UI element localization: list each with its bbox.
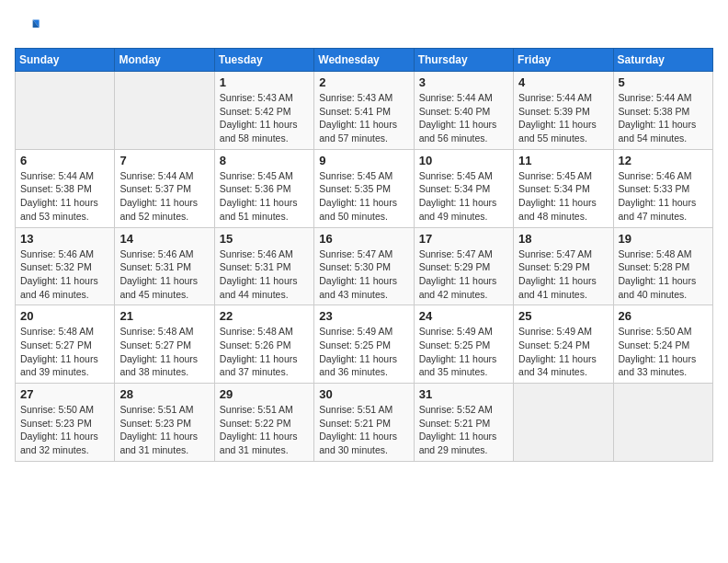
calendar-cell: 9Sunrise: 5:45 AM Sunset: 5:35 PM Daylig… bbox=[314, 149, 414, 227]
day-info: Sunrise: 5:44 AM Sunset: 5:39 PM Dayligh… bbox=[518, 91, 608, 145]
calendar-cell: 22Sunrise: 5:48 AM Sunset: 5:26 PM Dayli… bbox=[214, 305, 313, 384]
calendar-cell: 1Sunrise: 5:43 AM Sunset: 5:42 PM Daylig… bbox=[214, 72, 313, 150]
weekday-header-row: SundayMondayTuesdayWednesdayThursdayFrid… bbox=[16, 49, 713, 72]
calendar-cell: 4Sunrise: 5:44 AM Sunset: 5:39 PM Daylig… bbox=[514, 72, 613, 150]
day-info: Sunrise: 5:51 AM Sunset: 5:21 PM Dayligh… bbox=[319, 403, 408, 457]
calendar-cell: 31Sunrise: 5:52 AM Sunset: 5:21 PM Dayli… bbox=[414, 384, 513, 462]
day-number: 23 bbox=[319, 309, 408, 323]
day-info: Sunrise: 5:44 AM Sunset: 5:37 PM Dayligh… bbox=[119, 169, 209, 224]
day-info: Sunrise: 5:47 AM Sunset: 5:29 PM Dayligh… bbox=[419, 247, 508, 302]
calendar-week-row: 1Sunrise: 5:43 AM Sunset: 5:42 PM Daylig… bbox=[16, 72, 713, 150]
calendar-cell: 29Sunrise: 5:51 AM Sunset: 5:22 PM Dayli… bbox=[214, 384, 313, 462]
day-number: 15 bbox=[220, 232, 309, 246]
calendar-cell: 2Sunrise: 5:43 AM Sunset: 5:41 PM Daylig… bbox=[314, 72, 414, 150]
calendar-cell: 21Sunrise: 5:48 AM Sunset: 5:27 PM Dayli… bbox=[115, 305, 214, 384]
day-info: Sunrise: 5:51 AM Sunset: 5:23 PM Dayligh… bbox=[119, 403, 209, 457]
calendar-cell: 20Sunrise: 5:48 AM Sunset: 5:27 PM Dayli… bbox=[16, 305, 115, 384]
day-info: Sunrise: 5:43 AM Sunset: 5:41 PM Dayligh… bbox=[319, 91, 408, 145]
day-info: Sunrise: 5:44 AM Sunset: 5:38 PM Dayligh… bbox=[20, 169, 109, 224]
day-info: Sunrise: 5:44 AM Sunset: 5:38 PM Dayligh… bbox=[619, 91, 708, 145]
calendar-cell: 14Sunrise: 5:46 AM Sunset: 5:31 PM Dayli… bbox=[115, 227, 214, 305]
day-number: 3 bbox=[419, 75, 508, 89]
calendar-cell: 13Sunrise: 5:46 AM Sunset: 5:32 PM Dayli… bbox=[16, 227, 115, 305]
logo bbox=[15, 15, 44, 40]
calendar-week-row: 20Sunrise: 5:48 AM Sunset: 5:27 PM Dayli… bbox=[16, 305, 713, 384]
calendar-cell: 15Sunrise: 5:46 AM Sunset: 5:31 PM Dayli… bbox=[214, 227, 313, 305]
calendar-cell: 27Sunrise: 5:50 AM Sunset: 5:23 PM Dayli… bbox=[16, 384, 115, 462]
day-info: Sunrise: 5:52 AM Sunset: 5:21 PM Dayligh… bbox=[419, 403, 508, 457]
day-info: Sunrise: 5:46 AM Sunset: 5:31 PM Dayligh… bbox=[220, 247, 309, 302]
calendar-cell: 26Sunrise: 5:50 AM Sunset: 5:24 PM Dayli… bbox=[613, 305, 712, 384]
day-number: 4 bbox=[518, 75, 608, 89]
day-number: 13 bbox=[20, 232, 109, 246]
weekday-header: Wednesday bbox=[314, 49, 414, 72]
calendar-cell: 24Sunrise: 5:49 AM Sunset: 5:25 PM Dayli… bbox=[414, 305, 513, 384]
day-info: Sunrise: 5:49 AM Sunset: 5:25 PM Dayligh… bbox=[319, 325, 408, 379]
weekday-header: Tuesday bbox=[214, 49, 313, 72]
day-info: Sunrise: 5:46 AM Sunset: 5:32 PM Dayligh… bbox=[20, 247, 109, 302]
day-number: 29 bbox=[220, 387, 309, 401]
day-info: Sunrise: 5:47 AM Sunset: 5:29 PM Dayligh… bbox=[518, 247, 608, 302]
calendar-cell bbox=[613, 384, 712, 462]
calendar-cell: 28Sunrise: 5:51 AM Sunset: 5:23 PM Dayli… bbox=[115, 384, 214, 462]
day-number: 22 bbox=[220, 309, 309, 323]
day-number: 2 bbox=[319, 75, 408, 89]
calendar-week-row: 27Sunrise: 5:50 AM Sunset: 5:23 PM Dayli… bbox=[16, 384, 713, 462]
day-number: 16 bbox=[319, 232, 408, 246]
day-number: 30 bbox=[319, 387, 408, 401]
calendar-week-row: 6Sunrise: 5:44 AM Sunset: 5:38 PM Daylig… bbox=[16, 149, 713, 227]
day-number: 9 bbox=[319, 154, 408, 167]
calendar-cell bbox=[514, 384, 613, 462]
calendar-cell: 5Sunrise: 5:44 AM Sunset: 5:38 PM Daylig… bbox=[613, 72, 712, 150]
day-number: 25 bbox=[518, 309, 608, 323]
day-info: Sunrise: 5:44 AM Sunset: 5:40 PM Dayligh… bbox=[419, 91, 508, 145]
calendar-cell: 17Sunrise: 5:47 AM Sunset: 5:29 PM Dayli… bbox=[414, 227, 513, 305]
day-info: Sunrise: 5:48 AM Sunset: 5:27 PM Dayligh… bbox=[119, 325, 209, 379]
day-number: 20 bbox=[20, 309, 109, 323]
day-info: Sunrise: 5:45 AM Sunset: 5:36 PM Dayligh… bbox=[220, 169, 309, 224]
day-number: 21 bbox=[119, 309, 209, 323]
calendar-cell: 23Sunrise: 5:49 AM Sunset: 5:25 PM Dayli… bbox=[314, 305, 414, 384]
day-number: 7 bbox=[119, 154, 209, 167]
day-info: Sunrise: 5:45 AM Sunset: 5:35 PM Dayligh… bbox=[319, 169, 408, 224]
calendar-body: 1Sunrise: 5:43 AM Sunset: 5:42 PM Daylig… bbox=[16, 72, 713, 462]
weekday-header: Sunday bbox=[16, 49, 115, 72]
calendar-cell bbox=[16, 72, 115, 150]
day-number: 10 bbox=[419, 154, 508, 167]
day-info: Sunrise: 5:46 AM Sunset: 5:33 PM Dayligh… bbox=[619, 169, 708, 224]
day-number: 26 bbox=[619, 309, 708, 323]
calendar-cell: 18Sunrise: 5:47 AM Sunset: 5:29 PM Dayli… bbox=[514, 227, 613, 305]
day-number: 11 bbox=[518, 154, 608, 167]
day-number: 17 bbox=[419, 232, 508, 246]
page-header bbox=[15, 15, 713, 40]
day-info: Sunrise: 5:48 AM Sunset: 5:26 PM Dayligh… bbox=[220, 325, 309, 379]
calendar-cell: 7Sunrise: 5:44 AM Sunset: 5:37 PM Daylig… bbox=[115, 149, 214, 227]
day-number: 5 bbox=[619, 75, 708, 89]
calendar-cell bbox=[115, 72, 214, 150]
day-info: Sunrise: 5:45 AM Sunset: 5:34 PM Dayligh… bbox=[518, 169, 608, 224]
calendar-cell: 30Sunrise: 5:51 AM Sunset: 5:21 PM Dayli… bbox=[314, 384, 414, 462]
day-number: 18 bbox=[518, 232, 608, 246]
day-number: 28 bbox=[119, 387, 209, 401]
calendar-cell: 25Sunrise: 5:49 AM Sunset: 5:24 PM Dayli… bbox=[514, 305, 613, 384]
day-info: Sunrise: 5:46 AM Sunset: 5:31 PM Dayligh… bbox=[119, 247, 209, 302]
weekday-header: Monday bbox=[115, 49, 214, 72]
day-number: 24 bbox=[419, 309, 508, 323]
day-info: Sunrise: 5:43 AM Sunset: 5:42 PM Dayligh… bbox=[220, 91, 309, 145]
calendar-week-row: 13Sunrise: 5:46 AM Sunset: 5:32 PM Dayli… bbox=[16, 227, 713, 305]
day-info: Sunrise: 5:48 AM Sunset: 5:28 PM Dayligh… bbox=[619, 247, 708, 302]
day-info: Sunrise: 5:51 AM Sunset: 5:22 PM Dayligh… bbox=[220, 403, 309, 457]
weekday-header: Friday bbox=[514, 49, 613, 72]
day-number: 8 bbox=[220, 154, 309, 167]
day-number: 1 bbox=[220, 75, 309, 89]
calendar-cell: 16Sunrise: 5:47 AM Sunset: 5:30 PM Dayli… bbox=[314, 227, 414, 305]
weekday-header: Saturday bbox=[613, 49, 712, 72]
day-number: 6 bbox=[20, 154, 109, 167]
day-number: 31 bbox=[419, 387, 508, 401]
calendar-cell: 10Sunrise: 5:45 AM Sunset: 5:34 PM Dayli… bbox=[414, 149, 513, 227]
day-info: Sunrise: 5:45 AM Sunset: 5:34 PM Dayligh… bbox=[419, 169, 508, 224]
calendar-table: SundayMondayTuesdayWednesdayThursdayFrid… bbox=[15, 48, 713, 462]
day-number: 27 bbox=[20, 387, 109, 401]
calendar-cell: 19Sunrise: 5:48 AM Sunset: 5:28 PM Dayli… bbox=[613, 227, 712, 305]
calendar-cell: 11Sunrise: 5:45 AM Sunset: 5:34 PM Dayli… bbox=[514, 149, 613, 227]
